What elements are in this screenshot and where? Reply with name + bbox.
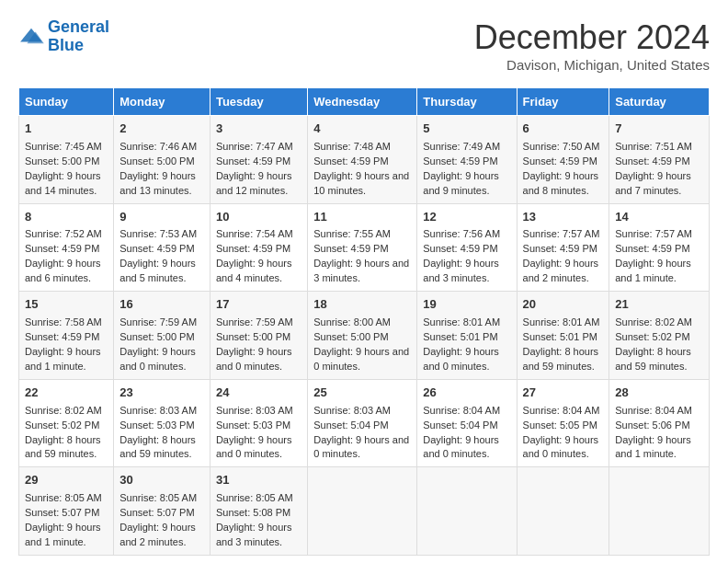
daylight-label: Daylight: 9 hours and 3 minutes.: [313, 258, 409, 283]
col-monday: Monday: [114, 88, 210, 116]
col-saturday: Saturday: [609, 88, 710, 116]
sunset-label: Sunset: 4:59 PM: [216, 243, 290, 254]
day-number: 4: [313, 121, 411, 138]
day-cell-27: 27Sunrise: 8:04 AMSunset: 5:05 PMDayligh…: [517, 379, 609, 467]
sunrise-label: Sunrise: 8:03 AM: [216, 405, 293, 416]
day-number: 3: [216, 121, 301, 138]
sunrise-label: Sunrise: 7:58 AM: [25, 316, 102, 327]
daylight-label: Daylight: 9 hours and 7 minutes.: [615, 170, 691, 196]
day-cell-15: 15Sunrise: 7:58 AMSunset: 4:59 PMDayligh…: [19, 292, 114, 380]
sunset-label: Sunset: 5:00 PM: [313, 331, 388, 342]
day-cell-26: 26Sunrise: 8:04 AMSunset: 5:04 PMDayligh…: [417, 379, 517, 467]
sunrise-label: Sunrise: 7:55 AM: [313, 228, 391, 239]
day-number: 15: [25, 296, 108, 314]
daylight-label: Daylight: 9 hours and 13 minutes.: [119, 170, 196, 196]
month-title: December 2024: [474, 18, 710, 57]
sunrise-label: Sunrise: 7:50 AM: [523, 141, 600, 152]
col-wednesday: Wednesday: [308, 88, 417, 116]
sunset-label: Sunset: 5:00 PM: [25, 155, 99, 167]
logo-icon: [18, 27, 44, 47]
sunrise-label: Sunrise: 8:02 AM: [615, 316, 692, 327]
daylight-label: Daylight: 9 hours and 2 minutes.: [119, 522, 196, 547]
daylight-label: Daylight: 8 hours and 59 minutes.: [523, 346, 599, 372]
daylight-label: Daylight: 8 hours and 59 minutes.: [615, 346, 691, 372]
day-number: 29: [25, 472, 108, 489]
sunset-label: Sunset: 4:59 PM: [25, 243, 99, 254]
sunrise-label: Sunrise: 7:54 AM: [216, 228, 293, 239]
sunrise-label: Sunrise: 7:49 AM: [423, 141, 500, 152]
day-cell-23: 23Sunrise: 8:03 AMSunset: 5:03 PMDayligh…: [114, 379, 210, 467]
day-number: 28: [615, 385, 703, 402]
day-number: 27: [523, 385, 604, 402]
day-cell-24: 24Sunrise: 8:03 AMSunset: 5:03 PMDayligh…: [210, 379, 307, 467]
daylight-label: Daylight: 9 hours and 0 minutes.: [119, 346, 196, 372]
day-cell-25: 25Sunrise: 8:03 AMSunset: 5:04 PMDayligh…: [308, 379, 417, 467]
daylight-label: Daylight: 9 hours and 0 minutes.: [423, 346, 499, 372]
day-cell-13: 13Sunrise: 7:57 AMSunset: 4:59 PMDayligh…: [517, 203, 609, 292]
day-cell-6: 6Sunrise: 7:50 AMSunset: 4:59 PMDaylight…: [517, 116, 609, 204]
day-cell-20: 20Sunrise: 8:01 AMSunset: 5:01 PMDayligh…: [517, 292, 609, 380]
sunrise-label: Sunrise: 7:59 AM: [216, 316, 293, 327]
sunrise-label: Sunrise: 7:46 AM: [119, 141, 197, 152]
day-number: 7: [615, 121, 703, 138]
day-number: 12: [423, 209, 510, 226]
daylight-label: Daylight: 9 hours and 12 minutes.: [216, 170, 292, 196]
day-cell-9: 9Sunrise: 7:53 AMSunset: 4:59 PMDaylight…: [114, 203, 210, 292]
day-number: 21: [615, 296, 703, 314]
sunset-label: Sunset: 4:59 PM: [523, 243, 597, 254]
location: Davison, Michigan, United States: [474, 57, 710, 73]
day-cell-8: 8Sunrise: 7:52 AMSunset: 4:59 PMDaylight…: [19, 203, 114, 292]
day-cell-16: 16Sunrise: 7:59 AMSunset: 5:00 PMDayligh…: [114, 292, 210, 380]
sunset-label: Sunset: 5:07 PM: [119, 507, 194, 518]
daylight-label: Daylight: 8 hours and 59 minutes.: [25, 434, 101, 460]
sunrise-label: Sunrise: 8:00 AM: [313, 316, 391, 327]
day-cell-11: 11Sunrise: 7:55 AMSunset: 4:59 PMDayligh…: [308, 203, 417, 292]
sunset-label: Sunset: 5:05 PM: [523, 419, 597, 431]
daylight-label: Daylight: 9 hours and 0 minutes.: [216, 346, 292, 372]
daylight-label: Daylight: 9 hours and 0 minutes.: [313, 346, 409, 372]
daylight-label: Daylight: 9 hours and 14 minutes.: [25, 170, 101, 196]
logo-text: GeneralBlue: [48, 18, 109, 55]
daylight-label: Daylight: 9 hours and 4 minutes.: [216, 258, 292, 283]
col-sunday: Sunday: [19, 88, 114, 116]
daylight-label: Daylight: 9 hours and 10 minutes.: [313, 170, 409, 196]
sunrise-label: Sunrise: 7:48 AM: [313, 141, 391, 152]
day-number: 30: [119, 472, 204, 489]
day-number: 23: [119, 385, 204, 402]
sunset-label: Sunset: 4:59 PM: [615, 155, 689, 167]
sunset-label: Sunset: 4:59 PM: [216, 155, 290, 167]
sunset-label: Sunset: 4:59 PM: [523, 155, 597, 167]
calendar-week-3: 15Sunrise: 7:58 AMSunset: 4:59 PMDayligh…: [19, 292, 710, 380]
sunrise-label: Sunrise: 8:04 AM: [523, 405, 600, 416]
empty-cell: [609, 467, 710, 556]
calendar-week-2: 8Sunrise: 7:52 AMSunset: 4:59 PMDaylight…: [19, 203, 710, 292]
day-cell-29: 29Sunrise: 8:05 AMSunset: 5:07 PMDayligh…: [19, 467, 114, 556]
day-number: 24: [216, 385, 301, 402]
empty-cell: [417, 467, 517, 556]
daylight-label: Daylight: 9 hours and 2 minutes.: [523, 258, 599, 283]
day-number: 9: [119, 209, 204, 226]
sunset-label: Sunset: 4:59 PM: [119, 243, 194, 254]
day-cell-30: 30Sunrise: 8:05 AMSunset: 5:07 PMDayligh…: [114, 467, 210, 556]
sunrise-label: Sunrise: 7:59 AM: [119, 316, 197, 327]
day-cell-10: 10Sunrise: 7:54 AMSunset: 4:59 PMDayligh…: [210, 203, 307, 292]
sunset-label: Sunset: 4:59 PM: [313, 155, 388, 167]
daylight-label: Daylight: 9 hours and 5 minutes.: [119, 258, 196, 283]
day-cell-4: 4Sunrise: 7:48 AMSunset: 4:59 PMDaylight…: [308, 116, 417, 204]
day-cell-18: 18Sunrise: 8:00 AMSunset: 5:00 PMDayligh…: [308, 292, 417, 380]
sunset-label: Sunset: 5:02 PM: [25, 419, 99, 431]
day-number: 20: [523, 296, 604, 314]
day-cell-5: 5Sunrise: 7:49 AMSunset: 4:59 PMDaylight…: [417, 116, 517, 204]
day-number: 31: [216, 472, 301, 489]
sunrise-label: Sunrise: 7:56 AM: [423, 228, 500, 239]
daylight-label: Daylight: 9 hours and 8 minutes.: [523, 170, 599, 196]
sunset-label: Sunset: 5:00 PM: [119, 331, 194, 342]
sunset-label: Sunset: 4:59 PM: [615, 243, 689, 254]
daylight-label: Daylight: 9 hours and 6 minutes.: [25, 258, 101, 283]
day-number: 17: [216, 296, 301, 314]
sunset-label: Sunset: 4:59 PM: [423, 155, 497, 167]
empty-cell: [308, 467, 417, 556]
day-number: 5: [423, 121, 510, 138]
calendar-week-5: 29Sunrise: 8:05 AMSunset: 5:07 PMDayligh…: [19, 467, 710, 556]
sunrise-label: Sunrise: 7:52 AM: [25, 228, 102, 239]
